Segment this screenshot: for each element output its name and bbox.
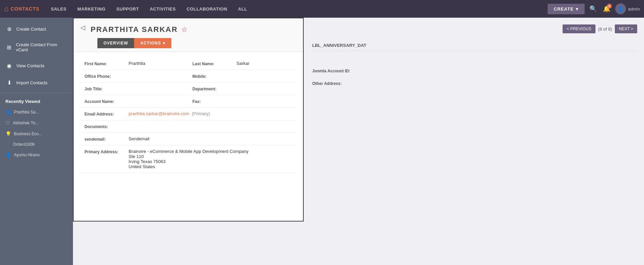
home-icon: ⌂ [4, 4, 8, 13]
right-form-area: LBL_ANNIVERSARY_DAT Joomla Account ID: O… [312, 40, 637, 90]
favorite-star-icon[interactable]: ☆ [181, 25, 188, 34]
primary-address-row: Primary Address: Brainvire - eCommerce &… [80, 145, 296, 173]
create-chevron-icon: ▾ [576, 6, 579, 12]
contact-name: PRARTHITA SARKAR [91, 25, 178, 34]
first-name-value: Prarthita [129, 61, 184, 66]
rv-label-abhishek: Abhishek Tri... [13, 121, 62, 125]
modal-header: PRARTHITA SARKAR ☆ OVERVIEW ACTIONS ▾ [74, 18, 303, 52]
user-icon: 👤 [617, 6, 624, 12]
rv-item-abhishek[interactable]: 🛡 Abhishek Tri... ✏ [0, 118, 73, 128]
email-row: Email Address: prarthita.sarkar@brainvir… [80, 108, 296, 120]
top-navigation: ⌂ CONTACTS SALES MARKETING SUPPORT ACTIV… [0, 0, 644, 18]
rv-item-ayumu[interactable]: 👤 Ayumu Hirano ✏ [0, 149, 73, 160]
search-button[interactable]: 🔍 [588, 4, 598, 14]
email-link[interactable]: prarthita.sarkar@brainvire.com [129, 111, 189, 116]
app-name: CONTACTS [11, 6, 39, 12]
nav-activities[interactable]: ACTIVITIES [144, 0, 181, 18]
documents-row: Documents: [80, 120, 296, 133]
joomla-label: Joomla Account ID: [312, 68, 366, 73]
actions-label: ACTIONS [140, 41, 161, 46]
notifications-button[interactable]: 🔔 4 [602, 4, 612, 14]
joomla-row: Joomla Account ID: [312, 65, 637, 77]
overview-button[interactable]: OVERVIEW [97, 38, 134, 48]
department-label: Department: [192, 86, 236, 91]
contact-form: First Name: Prarthita Last Name: Sarkar … [80, 57, 296, 173]
sendemail-empty-row [188, 133, 296, 145]
nav-sales[interactable]: SALES [45, 0, 72, 18]
rv-item-prarthita[interactable]: 👤 Prarthita Sa... ✏ [0, 107, 73, 118]
actions-button[interactable]: ACTIONS ▾ [134, 38, 171, 48]
sidebar-item-import-contacts[interactable]: ⬇ Import Contacts [0, 74, 73, 91]
last-name-label: Last Name: [192, 61, 236, 66]
account-name-row: Account Name: [80, 95, 188, 108]
nav-collaboration[interactable]: COLLABORATION [181, 0, 233, 18]
create-label: CREATE [554, 6, 573, 12]
sidebar: ⊕ Create Contact ⊞ Create Contact From v… [0, 18, 73, 265]
plus-circle-icon: ⊕ [5, 25, 13, 33]
create-button[interactable]: CREATE ▾ [548, 4, 584, 14]
rv-label-prarthita: Prarthita Sa... [14, 110, 62, 114]
mobile-label: Mobile: [192, 73, 236, 79]
nav-right-area: CREATE ▾ 🔍 🔔 4 👤 admin [548, 3, 640, 14]
email-label: Email Address: [84, 111, 129, 117]
sidebar-item-view-label: View Contacts [16, 63, 44, 68]
search-icon: 🔍 [589, 5, 597, 12]
nav-marketing[interactable]: MARKETING [72, 0, 111, 18]
modal-actions-row: OVERVIEW ACTIONS ▾ [91, 34, 296, 48]
next-button[interactable]: NEXT > [615, 24, 637, 33]
admin-label: admin [628, 6, 640, 12]
email-value: prarthita.sarkar@brainvire.com (Primary) [129, 111, 292, 116]
import-icon: ⬇ [5, 79, 13, 86]
modal-body: First Name: Prarthita Last Name: Sarkar … [74, 52, 303, 178]
sidebar-item-create-from-vcard[interactable]: ⊞ Create Contact From vCard [0, 37, 73, 57]
sendemail-row: sendemail: Sendemail [80, 133, 188, 145]
address-line4: United States [129, 164, 292, 169]
nav-all[interactable]: ALL [233, 0, 253, 18]
fax-label: Fax: [192, 99, 236, 104]
sidebar-item-view-contacts[interactable]: ◉ View Contacts [0, 57, 73, 74]
rv-label-ayumu: Ayumu Hirano [14, 153, 62, 157]
rv-label-order: Order#1006 [13, 142, 35, 147]
main-layout: ⊕ Create Contact ⊞ Create Contact From v… [0, 18, 644, 265]
sidebar-item-create-contact-label: Create Contact [16, 26, 46, 32]
sendemail-label: sendemail: [84, 136, 129, 142]
office-phone-label: Office Phone: [84, 73, 129, 79]
sidebar-divider [0, 92, 73, 93]
admin-menu[interactable]: 👤 admin [615, 3, 640, 14]
view-icon: ◉ [5, 62, 13, 69]
actions-chevron-icon: ▾ [163, 41, 165, 46]
department-row: Department: [188, 83, 296, 95]
mobile-row: Mobile: [188, 70, 296, 83]
rv-item-order[interactable]: Order#1006 [0, 139, 73, 149]
other-address-label: Other Address: [312, 81, 366, 86]
nav-items: SALES MARKETING SUPPORT ACTIVITIES COLLA… [45, 0, 548, 18]
admin-avatar: 👤 [615, 3, 626, 14]
anniversary-section: LBL_ANNIVERSARY_DAT [312, 40, 637, 51]
job-title-label: Job Title: [84, 86, 129, 91]
sidebar-item-vcard-label: Create Contact From vCard [16, 42, 68, 52]
address-line3: Irving Texas 75063 [129, 159, 292, 164]
page-info: (8 of 8) [598, 26, 612, 32]
anniversary-title: LBL_ANNIVERSARY_DAT [312, 40, 637, 51]
email-tag: (Primary) [192, 111, 210, 116]
person-icon: 👤 [5, 109, 11, 115]
rv-item-business[interactable]: 💡 Business Eco... ✏ [0, 128, 73, 139]
content-area: ◁ PRARTHITA SARKAR ☆ OVERVIEW ACTIONS ▾ [73, 18, 644, 265]
address-line1: Brainvire - eCommerce & Mobile App Devel… [129, 149, 292, 154]
primary-address-label: Primary Address: [84, 149, 129, 154]
last-name-value: Sarkar [236, 61, 292, 66]
account-name-label: Account Name: [84, 99, 129, 104]
vcard-icon: ⊞ [5, 43, 13, 51]
recently-viewed-header: Recently Viewed [0, 94, 73, 107]
first-name-row: First Name: Prarthita [80, 57, 188, 70]
modal-back-button[interactable]: ◁ [78, 22, 88, 33]
app-logo[interactable]: ⌂ CONTACTS [4, 4, 39, 13]
address-line2: Ste 110 [129, 154, 292, 159]
rv-label-business: Business Eco... [14, 131, 62, 136]
nav-support[interactable]: SUPPORT [111, 0, 144, 18]
previous-button[interactable]: < PREVIOUS [563, 24, 595, 33]
pagination-row: < PREVIOUS (8 of 8) NEXT > [312, 24, 637, 33]
office-phone-row: Office Phone: [80, 70, 188, 83]
notification-badge: 4 [607, 4, 612, 8]
sidebar-item-create-contact[interactable]: ⊕ Create Contact [0, 20, 73, 37]
